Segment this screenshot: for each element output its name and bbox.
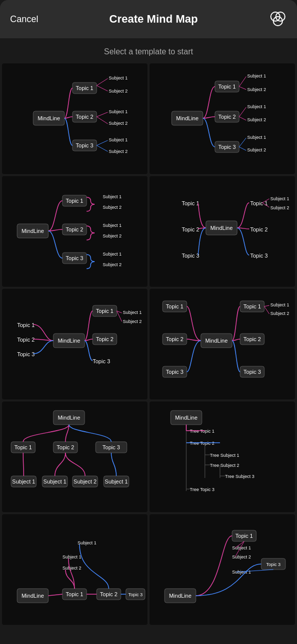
svg-text:Topic 1: Topic 1 [218, 84, 236, 90]
svg-text:Topic 2: Topic 2 [182, 226, 199, 232]
svg-line-17 [97, 78, 108, 86]
svg-text:Subject 1: Subject 1 [103, 194, 122, 199]
svg-text:Subject 2: Subject 2 [123, 319, 142, 324]
header: Cancel Create Mind Map [0, 0, 297, 38]
svg-line-41 [239, 138, 246, 147]
svg-text:Subject 2: Subject 2 [247, 117, 266, 122]
template-card-3[interactable]: MindLine Topic 1 Topic 2 Topic 3 Subject… [2, 176, 147, 287]
svg-text:MindLine: MindLine [38, 115, 60, 121]
svg-text:Topic 3: Topic 3 [182, 253, 199, 259]
svg-text:Topic 3: Topic 3 [103, 444, 120, 450]
svg-text:Topic 2: Topic 2 [100, 591, 118, 597]
svg-text:Subject 2: Subject 2 [73, 478, 97, 485]
circles-icon [269, 10, 287, 28]
svg-text:Subject 2: Subject 2 [270, 311, 289, 316]
svg-text:Topic 2: Topic 2 [244, 336, 261, 342]
svg-text:Topic 1: Topic 1 [66, 591, 84, 597]
svg-text:Topic 2: Topic 2 [166, 336, 184, 342]
svg-text:Subject 2: Subject 2 [109, 149, 128, 154]
template-grid: MindLine Topic 1 Topic 2 Topic 3 Subject… [0, 61, 297, 627]
svg-text:Topic 1: Topic 1 [182, 200, 199, 206]
svg-text:Subject 1: Subject 1 [43, 478, 66, 485]
svg-text:Topic 1: Topic 1 [166, 303, 184, 309]
svg-text:Subject 2: Subject 2 [109, 89, 128, 94]
svg-text:Topic 1: Topic 1 [66, 198, 84, 204]
svg-text:Subject 1: Subject 1 [109, 75, 128, 80]
svg-text:Tree Subject 1: Tree Subject 1 [210, 453, 239, 458]
svg-text:Subject 2: Subject 2 [247, 147, 266, 152]
svg-text:Subject 2: Subject 2 [109, 121, 128, 126]
svg-text:MindLine: MindLine [176, 115, 199, 121]
template-card-4[interactable]: MindLine Topic 1 Topic 2 Topic 3 Topic 1… [150, 176, 295, 287]
template-card-9[interactable]: MindLine Topic 1 Topic 2 Topic 3 Subject… [2, 514, 147, 625]
svg-line-20 [97, 117, 108, 124]
svg-text:Topic 3: Topic 3 [93, 358, 110, 364]
svg-line-19 [97, 112, 108, 117]
svg-line-39 [239, 107, 246, 117]
svg-text:MindLine: MindLine [169, 593, 192, 599]
svg-text:Subject 2: Subject 2 [103, 262, 122, 267]
svg-text:Topic 2: Topic 2 [218, 114, 236, 120]
svg-text:Topic 1: Topic 1 [17, 322, 35, 328]
template-card-5[interactable]: MindLine Topic 1 Topic 2 Topic 3 Topic 1… [2, 289, 147, 399]
template-card-6[interactable]: MindLine Topic 1 Topic 2 Topic 3 Topic 1… [150, 289, 295, 399]
svg-text:Topic 3: Topic 3 [218, 144, 236, 150]
svg-text:Tree Subject 2: Tree Subject 2 [210, 463, 239, 468]
svg-text:Subject 1: Subject 1 [232, 570, 251, 575]
svg-text:Subject 1: Subject 1 [12, 478, 35, 485]
svg-text:Tree Topic 1: Tree Topic 1 [190, 429, 214, 434]
svg-text:Subject 1: Subject 1 [103, 223, 122, 228]
svg-text:Topic 1: Topic 1 [236, 533, 253, 539]
svg-text:Subject 2: Subject 2 [232, 554, 251, 559]
svg-text:Subject 1: Subject 1 [247, 73, 266, 78]
svg-text:Topic 2: Topic 2 [76, 114, 94, 120]
svg-line-40 [239, 117, 246, 120]
svg-text:Topic 3: Topic 3 [76, 142, 94, 148]
svg-text:Subject 1: Subject 1 [247, 135, 266, 140]
svg-text:Subject 2: Subject 2 [270, 205, 289, 210]
svg-text:Topic 2: Topic 2 [96, 336, 114, 342]
svg-text:MindLine: MindLine [22, 593, 44, 599]
svg-text:Topic 2: Topic 2 [57, 444, 75, 450]
svg-text:Subject 1: Subject 1 [270, 196, 289, 201]
svg-text:Subject 1: Subject 1 [123, 310, 142, 315]
cancel-button[interactable]: Cancel [10, 14, 38, 25]
svg-text:Topic 3: Topic 3 [244, 369, 261, 375]
svg-text:Subject 1: Subject 1 [78, 540, 97, 545]
svg-text:MindLine: MindLine [210, 225, 233, 231]
svg-text:Tree Topic 3: Tree Topic 3 [190, 487, 214, 492]
template-card-2[interactable]: MindLine Topic 1 Topic 2 Topic 3 Subject… [150, 63, 295, 174]
svg-line-22 [97, 145, 108, 151]
template-card-8[interactable]: MindLine Tree Topic 1 Tree Topic 2 Tree … [150, 401, 295, 512]
svg-text:Topic 3: Topic 3 [128, 592, 143, 597]
svg-text:Subject 1: Subject 1 [103, 252, 122, 257]
svg-text:Subject 2: Subject 2 [247, 87, 266, 92]
svg-text:Subject 1: Subject 1 [109, 109, 128, 114]
svg-text:MindLine: MindLine [58, 338, 81, 344]
svg-text:Topic 2: Topic 2 [250, 226, 268, 232]
svg-text:Topic 3: Topic 3 [266, 562, 281, 567]
template-card-10[interactable]: MindLine Topic 1 Topic 3 Subject 1 Subje… [150, 514, 295, 625]
svg-text:Topic 3: Topic 3 [250, 253, 268, 259]
svg-text:Topic 1: Topic 1 [15, 444, 32, 450]
svg-text:MindLine: MindLine [58, 415, 81, 421]
svg-line-38 [239, 87, 246, 90]
svg-line-100 [264, 306, 269, 314]
svg-text:Subject 1: Subject 1 [109, 137, 128, 142]
svg-text:Topic 1: Topic 1 [244, 303, 261, 309]
svg-text:Subject 1: Subject 1 [105, 478, 128, 485]
svg-line-99 [264, 305, 269, 306]
template-card-7[interactable]: MindLine Topic 1 Topic 2 Topic 3 Subject… [2, 401, 147, 512]
svg-text:Tree Topic 2: Tree Topic 2 [190, 441, 214, 446]
svg-text:Subject 1: Subject 1 [62, 554, 82, 559]
template-card-1[interactable]: MindLine Topic 1 Topic 2 Topic 3 Subject… [2, 63, 147, 174]
svg-text:Topic 2: Topic 2 [66, 226, 84, 232]
svg-text:Topic 3: Topic 3 [166, 369, 184, 375]
svg-line-37 [239, 76, 246, 87]
svg-line-21 [97, 140, 108, 145]
svg-text:Subject 2: Subject 2 [103, 233, 122, 238]
page-title: Create Mind Map [109, 13, 198, 26]
svg-text:Topic 3: Topic 3 [17, 351, 35, 357]
svg-text:MindLine: MindLine [175, 415, 198, 421]
svg-text:MindLine: MindLine [205, 338, 228, 344]
